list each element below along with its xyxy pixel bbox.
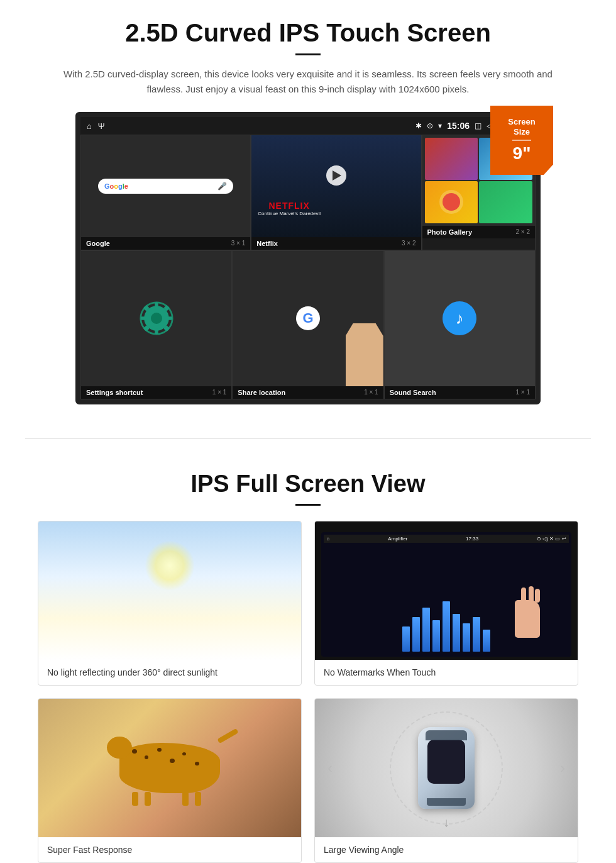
svg-point-2: [151, 313, 162, 324]
home-icon: ⌂: [87, 121, 92, 131]
google-g-icon: G: [296, 306, 320, 330]
amp-bar-5: [443, 601, 450, 652]
badge-divider: [512, 140, 531, 141]
svg-rect-5: [140, 317, 146, 320]
svg-rect-4: [155, 328, 158, 334]
share-location-bg: G: [233, 251, 383, 386]
app-cell-netflix[interactable]: NETFLIX Continue Marvel's Daredevil Netf…: [251, 135, 421, 250]
share-location-app-size: 1 × 1: [364, 389, 378, 396]
google-logo: Google: [104, 182, 128, 190]
photo-thumb-4: [479, 181, 532, 223]
netflix-app-size: 3 × 2: [402, 240, 416, 247]
netflix-app-bg: NETFLIX Continue Marvel's Daredevil: [251, 135, 421, 237]
section2-title: IPS Full Screen View: [38, 470, 578, 498]
app-grid-top: Google 🎤 Google 3 × 1: [80, 135, 536, 250]
app-grid-bottom: Settings shortcut 1 × 1 G: [80, 250, 536, 399]
amplifier-screen: ⌂ Amplifier 17:33 ⊙ ◁) ✕ ▭ ↩: [321, 532, 571, 657]
google-app-name: Google: [86, 240, 110, 247]
amp-title: Amplifier: [388, 536, 407, 542]
mic-icon: 🎤: [217, 182, 227, 191]
features-grid: No light reflecting under 360° direct su…: [38, 521, 578, 863]
screen-size-badge: Screen Size 9": [490, 106, 553, 175]
google-search-bar[interactable]: Google 🎤: [98, 179, 233, 194]
amp-icons: ⊙ ◁) ✕ ▭ ↩: [537, 536, 566, 542]
car-image: ↓ ‹ ›: [315, 699, 578, 837]
amp-header: ⌂ Amplifier 17:33 ⊙ ◁) ✕ ▭ ↩: [324, 535, 568, 543]
section-ips-view: IPS Full Screen View No light reflecting…: [0, 458, 616, 863]
photo-thumb-3: [425, 181, 478, 223]
app-label-photo-gallery: Photo Gallery 2 × 2: [422, 226, 536, 238]
amp-bar-4: [432, 620, 440, 652]
settings-app-bg: [81, 251, 231, 386]
feature-label-car: Large Viewing Angle: [315, 837, 578, 862]
netflix-logo: NETFLIX Continue Marvel's Daredevil: [258, 201, 321, 216]
rotation-arrow-down: ↓: [443, 815, 449, 830]
section-divider-hr: [25, 438, 591, 439]
location-icon: ⊙: [427, 121, 433, 130]
badge-title: Screen Size: [500, 117, 543, 136]
photo-gallery-app-name: Photo Gallery: [427, 228, 473, 236]
amp-bar-6: [453, 614, 460, 652]
gear-icon: [140, 301, 173, 335]
feature-card-watermarks: ⌂ Amplifier 17:33 ⊙ ◁) ✕ ▭ ↩: [314, 521, 578, 686]
app-cell-share-location[interactable]: G Share location 1 × 1: [232, 250, 383, 399]
badge-size: 9": [513, 143, 531, 164]
app-cell-sound-search[interactable]: ♪ Sound Search 1 × 1: [384, 250, 536, 399]
photo-gallery-app-size: 2 × 2: [515, 228, 530, 236]
cheetah-spots: [119, 743, 220, 793]
sound-search-app-size: 1 × 1: [515, 389, 530, 396]
google-app-size: 3 × 1: [231, 240, 246, 247]
angle-arrow-left: ‹: [327, 759, 333, 777]
app-label-settings: Settings shortcut 1 × 1: [81, 386, 231, 399]
wifi-icon: ▾: [438, 121, 442, 130]
feature-card-sunlight: No light reflecting under 360° direct su…: [38, 521, 302, 686]
settings-app-size: 1 × 1: [212, 389, 227, 396]
bluetooth-icon: ✱: [415, 121, 422, 130]
amp-bar-1: [402, 626, 410, 652]
cheetah-image: [38, 699, 301, 837]
status-left: ⌂ Ψ: [87, 121, 105, 131]
section1-title: 2.5D Curved IPS Touch Screen: [38, 19, 578, 47]
car-circle: ↓: [390, 711, 503, 825]
google-app-bg: Google 🎤: [81, 135, 250, 237]
camera-icon: ◫: [475, 121, 481, 130]
section1-description: With 2.5D curved-display screen, this de…: [63, 67, 553, 97]
feature-label-sunlight: No light reflecting under 360° direct su…: [38, 660, 301, 685]
play-triangle-icon: [333, 170, 341, 181]
amp-bar-2: [412, 617, 420, 652]
touch-hand: [515, 600, 546, 647]
cheetah-body: [119, 743, 220, 793]
device-mockup: Screen Size 9" ⌂ Ψ ✱ ⊙ ▾ 15:06 ◫: [75, 112, 541, 404]
car-roof: [427, 740, 465, 784]
title-divider: [295, 53, 321, 55]
app-cell-google[interactable]: Google 🎤 Google 3 × 1: [80, 135, 251, 250]
svg-rect-6: [167, 317, 172, 320]
status-bar: ⌂ Ψ ✱ ⊙ ▾ 15:06 ◫ ◁) ✕ ▭ ↩: [80, 117, 536, 135]
feature-label-cheetah: Super Fast Response: [38, 837, 301, 862]
amp-home-icon: ⌂: [326, 536, 329, 542]
sun-flare: [145, 540, 195, 591]
play-button[interactable]: [326, 165, 346, 186]
feature-card-car: ↓ ‹ › Large Viewing Angle: [314, 698, 578, 863]
share-location-app-name: Share location: [238, 389, 285, 396]
touch-hand-shape: [346, 323, 383, 386]
amp-bar-8: [473, 617, 480, 652]
sound-search-bg: ♪: [385, 251, 535, 386]
amplifier-image: ⌂ Amplifier 17:33 ⊙ ◁) ✕ ▭ ↩: [315, 521, 578, 660]
usb-icon: Ψ: [98, 121, 105, 131]
svg-rect-3: [155, 303, 158, 308]
feature-label-watermarks: No Watermarks When Touch: [315, 660, 578, 685]
device-screen: ⌂ Ψ ✱ ⊙ ▾ 15:06 ◫ ◁) ✕ ▭ ↩: [75, 112, 541, 404]
angle-arrow-right: ›: [560, 759, 565, 777]
app-label-sound-search: Sound Search 1 × 1: [385, 386, 535, 399]
feature-card-cheetah: Super Fast Response: [38, 698, 302, 863]
amp-time: 17:33: [466, 536, 478, 542]
section2-title-divider: [295, 504, 321, 506]
amp-bar-7: [463, 623, 470, 652]
app-label-netflix: Netflix 3 × 2: [251, 237, 421, 250]
netflix-app-name: Netflix: [256, 240, 278, 247]
app-cell-settings[interactable]: Settings shortcut 1 × 1: [80, 250, 232, 399]
amp-bar-3: [422, 608, 430, 652]
sunlight-image: [38, 521, 301, 660]
app-label-google: Google 3 × 1: [81, 237, 250, 250]
